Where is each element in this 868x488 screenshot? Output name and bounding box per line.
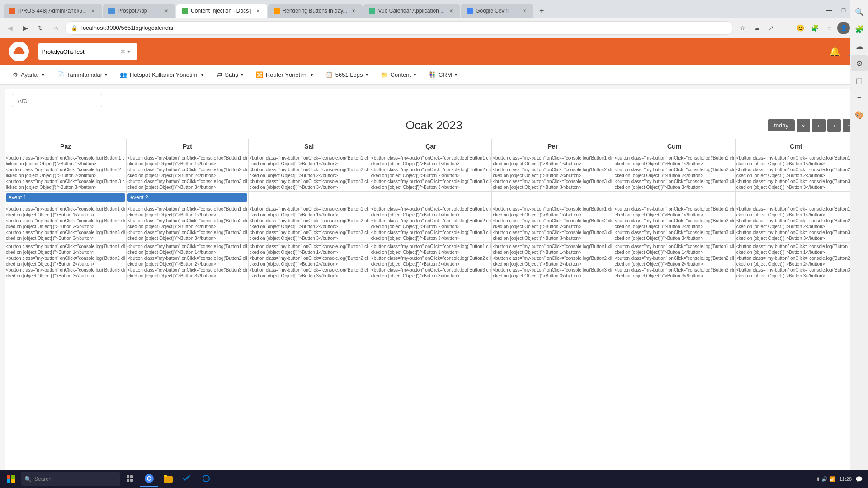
app-header: ✕ ▾ 🔔 👤 <box>0 38 868 65</box>
main-content: Ocak 2023 today « ‹ › » Paz Pzt Sal <box>0 85 868 488</box>
notification-icon[interactable]: 🔔 <box>829 46 840 57</box>
logs-chevron: ▾ <box>366 72 368 77</box>
tab-title-3: Content Injection - Docs | <box>191 8 252 14</box>
event-bar-2[interactable]: event 2 <box>127 193 247 202</box>
calendar-cell: <button class="my-button" onClick="conso… <box>248 154 370 192</box>
calendar-cell: <button class="my-button" onClick="conso… <box>5 243 127 280</box>
extension-icon[interactable]: 🧩 <box>808 22 821 34</box>
crm-label: CRM <box>439 71 452 78</box>
tab-favicon-6 <box>467 8 473 14</box>
cell-content: <button class="my-button" onClick="conso… <box>6 206 125 241</box>
taskbar-system-tray: ⬆ 🔊 📶 11:28 💬 <box>816 476 866 483</box>
svg-rect-3 <box>11 479 15 483</box>
maximize-button[interactable]: □ <box>837 4 850 16</box>
calendar-cell: <button class="my-button" onClick="conso… <box>613 205 735 243</box>
tab-close-1[interactable]: ✕ <box>90 7 97 14</box>
taskbar-task-view[interactable] <box>121 471 139 487</box>
calendar-cell-event2: event 2 <box>127 192 248 205</box>
first-nav-button[interactable]: « <box>797 119 810 132</box>
menu-item-satis[interactable]: 🏷 Satış ▾ <box>211 69 249 81</box>
tab-close-6[interactable]: ✕ <box>521 7 528 14</box>
taskbar-search-box[interactable]: 🔍 Search <box>21 472 120 486</box>
notification-center-icon[interactable]: 💬 <box>855 476 863 483</box>
tanimlamalar-label: Tanımlamalar <box>67 71 102 78</box>
ayarlar-label: Ayarlar <box>21 71 39 78</box>
svg-rect-2 <box>7 479 10 483</box>
right-panel-color-icon[interactable]: 🎨 <box>851 107 868 123</box>
right-panel-tools-icon[interactable]: ⚙ <box>851 55 868 71</box>
right-panel-sidebar2-icon[interactable]: ◫ <box>851 72 868 89</box>
ayarlar-icon: ⚙ <box>13 71 18 78</box>
hotspot-icon: 👥 <box>120 71 127 78</box>
cell-content: <button class="my-button" onClick="conso… <box>493 206 612 241</box>
content-search-input[interactable] <box>12 94 102 107</box>
calendar-header: Ocak 2023 today « ‹ › » <box>5 112 863 139</box>
event-bar-1[interactable]: event 1 <box>6 193 125 202</box>
calendar-cell: <button class="my-button" onClick="conso… <box>492 205 613 243</box>
forward-button[interactable]: ▶ <box>19 22 32 34</box>
prev-nav-button[interactable]: ‹ <box>812 119 826 132</box>
feedback-icon[interactable]: 😊 <box>794 22 807 34</box>
tab-close-3[interactable]: ✕ <box>255 7 262 14</box>
right-panel-extensions-icon[interactable]: 🧩 <box>851 21 868 37</box>
next-nav-button[interactable]: › <box>827 119 841 132</box>
new-tab-button[interactable]: + <box>534 4 549 18</box>
menu-item-ayarlar[interactable]: ⚙ Ayarlar ▾ <box>7 69 50 81</box>
calendar-cell-event6 <box>613 192 735 205</box>
tab-pros448[interactable]: [PROS-448] AdminPanel/5... ✕ <box>4 4 102 18</box>
svg-rect-0 <box>7 475 10 479</box>
tab-close-4[interactable]: ✕ <box>350 7 357 14</box>
taskbar-app-explorer[interactable] <box>159 471 177 487</box>
calendar-title: Ocak 2023 <box>406 118 462 132</box>
menu-item-logs[interactable]: 📋 5651 Logs ▾ <box>320 69 373 81</box>
taskbar-app-edge[interactable] <box>197 471 215 487</box>
menu-item-hotspot[interactable]: 👥 Hotspot Kullanıcı Yönetimi ▾ <box>114 69 209 81</box>
tab-vue-calendar[interactable]: Vue Calendar Application ... ✕ <box>363 4 460 18</box>
search-clear-icon[interactable]: ✕ <box>120 48 126 55</box>
app-search-input[interactable] <box>42 48 118 55</box>
content-label: Content <box>391 71 411 78</box>
collections-toolbar-icon[interactable]: ☁ <box>750 22 763 34</box>
profile-avatar[interactable]: 👤 <box>837 22 850 34</box>
cell-content: <button class="my-button" onClick="conso… <box>371 206 491 241</box>
taskbar-app-vscode[interactable] <box>178 471 196 487</box>
tanimlamalar-icon: 📄 <box>57 71 64 78</box>
tab-rendering-buttons[interactable]: Rendering Buttons in day... ✕ <box>268 4 363 18</box>
tanimlamalar-chevron: ▾ <box>105 72 107 77</box>
satis-chevron: ▾ <box>241 72 243 77</box>
today-button[interactable]: today <box>768 119 795 131</box>
tab-close-2[interactable]: ✕ <box>163 7 170 14</box>
start-button[interactable] <box>2 471 20 487</box>
right-panel-collections-icon[interactable]: ☁ <box>851 38 868 54</box>
taskbar-app-chrome[interactable] <box>140 471 158 487</box>
sidebar-toolbar-icon[interactable]: ≡ <box>823 22 835 34</box>
app-search-box[interactable]: ✕ ▾ <box>38 43 137 60</box>
browser-settings-icon[interactable]: ⋯ <box>779 22 792 34</box>
refresh-button[interactable]: ↻ <box>34 22 47 34</box>
tab-close-5[interactable]: ✕ <box>448 7 455 14</box>
tab-favicon-5 <box>369 8 375 14</box>
search-dropdown-icon[interactable]: ▾ <box>127 48 130 55</box>
home-button[interactable]: ⌂ <box>50 22 62 34</box>
share-icon[interactable]: ↗ <box>765 22 778 34</box>
menu-item-tanimlamalar[interactable]: 📄 Tanımlamalar ▾ <box>52 69 113 81</box>
tab-content-injection[interactable]: Content Injection - Docs | ✕ <box>176 4 267 18</box>
menu-item-crm[interactable]: 👫 CRM ▾ <box>423 69 462 81</box>
tab-google-ceviri[interactable]: Google Çeviri ✕ <box>461 4 533 18</box>
app-container: ✕ ▾ 🔔 👤 ⚙ Ayarlar ▾ 📄 Tanımlamalar ▾ 👥 H… <box>0 38 868 488</box>
system-tray-icons: ⬆ 🔊 📶 <box>816 476 835 482</box>
right-panel-search-icon[interactable]: 🔍 <box>851 4 868 20</box>
cell-content: <button class="my-button" onClick="conso… <box>614 155 734 190</box>
calendar-cell: <button class="my-button" onClick="conso… <box>370 243 491 280</box>
minimize-button[interactable]: — <box>823 4 835 16</box>
back-button[interactable]: ◀ <box>4 22 16 34</box>
router-label: Router Yönetimi <box>266 71 308 78</box>
tab-prospot[interactable]: Prospot App ✕ <box>103 4 175 18</box>
menu-item-content[interactable]: 📁 Content ▾ <box>375 69 422 81</box>
right-panel-add-icon[interactable]: + <box>851 89 868 106</box>
router-chevron: ▾ <box>311 72 313 77</box>
menu-item-router[interactable]: 🔀 Router Yönetimi ▾ <box>250 69 318 81</box>
star-icon[interactable]: ☆ <box>736 22 749 34</box>
address-bar[interactable]: 🔒 localhost:3000/5651log/logcalendar <box>65 21 733 35</box>
cell-content: <button class="my-button" onClick="conso… <box>493 155 612 190</box>
